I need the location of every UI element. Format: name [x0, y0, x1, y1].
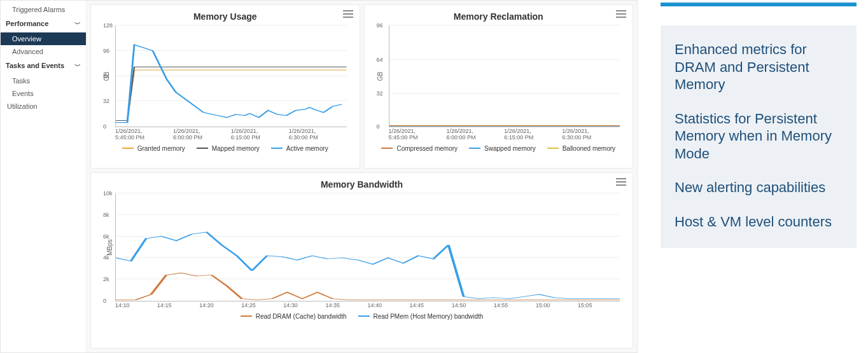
chevron-down-icon: ﹀ — [74, 20, 81, 29]
x-axis-ticks: 1/26/2021, 5:45:00 PM 1/26/2021, 6:00:00… — [115, 127, 347, 141]
legend-item: Read PMem (Host Memory) bandwidth — [358, 313, 484, 320]
legend-item: Swapped memory — [469, 145, 536, 152]
chart-plot-area: GB 0 32 64 96 — [389, 25, 620, 127]
feature-item: Host & VM level counters — [675, 213, 843, 231]
y-tick: 0 — [103, 123, 106, 130]
x-tick: 14:45 — [410, 303, 452, 309]
y-tick: 10k — [103, 190, 113, 197]
x-tick: 15:05 — [578, 303, 620, 309]
chart-legend: Read DRAM (Cache) bandwidth Read PMem (H… — [100, 309, 624, 321]
x-tick: 14:50 — [452, 303, 494, 309]
chart-menu-icon[interactable] — [616, 10, 626, 18]
chart-menu-icon[interactable] — [343, 10, 353, 18]
x-tick: 14:55 — [494, 303, 536, 309]
x-tick: 1/26/2021, 6:30:00 PM — [562, 128, 620, 141]
x-tick: 14:15 — [157, 303, 199, 309]
x-tick: 1/26/2021, 6:00:00 PM — [173, 128, 231, 141]
sidebar-item-advanced[interactable]: Advanced — [1, 45, 86, 58]
x-tick: 14:40 — [367, 303, 409, 309]
legend-item: Granted memory — [122, 145, 185, 152]
y-tick: 64 — [377, 57, 383, 63]
chart-plot-area: MBps 0 2k 4k 6k 8k 10k — [115, 193, 620, 301]
chart-card-memory-reclamation: Memory Reclamation GB 0 32 64 96 1/26/20… — [364, 4, 634, 169]
feature-item: New alerting capabilities — [675, 179, 843, 197]
x-tick: 1/26/2021, 6:15:00 PM — [231, 128, 289, 141]
chart-plot-area: GB 0 32 64 96 128 — [115, 25, 347, 127]
sidebar: Triggered Alarms Performance ﹀ Overview … — [1, 1, 87, 352]
y-tick: 0 — [103, 298, 106, 304]
sidebar-item-events[interactable]: Events — [1, 87, 86, 100]
y-tick: 2k — [103, 276, 109, 282]
sidebar-section-performance[interactable]: Performance ﹀ — [1, 16, 86, 32]
feature-list: Enhanced metrics for DRAM and Persistent… — [661, 25, 857, 248]
x-axis-ticks: 14:10 14:15 14:20 14:25 14:30 14:35 14:4… — [115, 301, 620, 309]
y-tick: 6k — [103, 233, 109, 240]
chart-title: Memory Bandwidth — [100, 178, 624, 193]
feature-item: Enhanced metrics for DRAM and Persistent… — [675, 41, 843, 93]
y-tick: 32 — [377, 90, 383, 97]
y-tick: 96 — [377, 22, 383, 29]
x-tick: 14:35 — [325, 303, 367, 309]
chart-card-memory-usage: Memory Usage GB 0 32 64 96 128 — [90, 4, 360, 169]
legend-item: Compressed memory — [381, 145, 458, 152]
chart-lines — [116, 25, 347, 127]
y-tick: 8k — [103, 212, 109, 218]
x-tick: 14:30 — [283, 303, 325, 309]
x-tick: 15:00 — [536, 303, 578, 309]
sidebar-section-label: Performance — [6, 20, 48, 29]
legend-item: Active memory — [271, 145, 328, 152]
x-tick: 14:25 — [241, 303, 283, 309]
charts-area: Memory Usage GB 0 32 64 96 128 — [87, 1, 637, 352]
sidebar-item-triggered-alarms[interactable]: Triggered Alarms — [1, 3, 86, 16]
x-tick: 1/26/2021, 6:00:00 PM — [446, 128, 504, 141]
sidebar-section-tasks-events[interactable]: Tasks and Events ﹀ — [1, 58, 86, 74]
chart-card-memory-bandwidth: Memory Bandwidth MBps 0 2k 4k 6k 8k 10k — [90, 172, 633, 349]
legend-item: Read DRAM (Cache) bandwidth — [241, 313, 347, 320]
x-tick: 1/26/2021, 6:30:00 PM — [289, 128, 347, 141]
chart-legend: Granted memory Mapped memory Active memo… — [100, 141, 351, 153]
y-tick: 96 — [103, 48, 109, 54]
y-tick: 0 — [377, 123, 380, 130]
sidebar-item-overview[interactable]: Overview — [1, 32, 86, 45]
x-tick: 1/26/2021, 5:45:00 PM — [389, 128, 447, 141]
x-tick: 1/26/2021, 6:15:00 PM — [504, 128, 562, 141]
legend-item: Ballooned memory — [547, 145, 615, 152]
sidebar-item-utilization[interactable]: Utilization — [1, 100, 86, 113]
x-tick: 1/26/2021, 5:45:00 PM — [115, 128, 173, 141]
feature-summary-panel: Enhanced metrics for DRAM and Persistent… — [638, 0, 868, 353]
y-tick: 128 — [103, 22, 113, 29]
x-tick: 14:20 — [199, 303, 241, 309]
feature-item: Statistics for Persistent Memory when in… — [675, 110, 843, 163]
chart-menu-icon[interactable] — [616, 178, 626, 186]
accent-bar — [661, 3, 857, 6]
chart-title: Memory Reclamation — [374, 10, 624, 25]
x-tick: 14:10 — [115, 303, 157, 309]
chart-title: Memory Usage — [100, 10, 351, 25]
chevron-down-icon: ﹀ — [74, 62, 81, 71]
chart-lines — [116, 193, 620, 301]
monitoring-panel: Triggered Alarms Performance ﹀ Overview … — [0, 0, 638, 353]
chart-legend: Compressed memory Swapped memory Balloon… — [374, 141, 624, 153]
y-axis-label: GB — [376, 71, 383, 80]
sidebar-item-tasks[interactable]: Tasks — [1, 74, 86, 87]
y-tick: 4k — [103, 254, 109, 261]
sidebar-section-label: Tasks and Events — [6, 62, 64, 71]
legend-item: Mapped memory — [197, 145, 260, 152]
y-axis-label: MBps — [106, 239, 113, 256]
y-tick: 32 — [103, 98, 109, 104]
x-axis-ticks: 1/26/2021, 5:45:00 PM 1/26/2021, 6:00:00… — [389, 127, 620, 141]
chart-lines — [389, 25, 620, 127]
y-tick: 64 — [103, 73, 109, 80]
